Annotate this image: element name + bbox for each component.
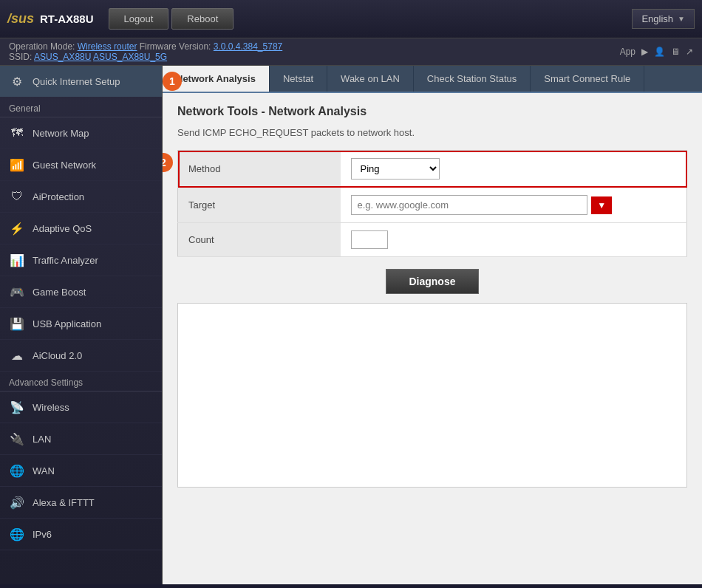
- game-boost-label: Game Boost: [33, 287, 86, 298]
- form-table: Method Ping Traceroute Nslookup Target: [177, 150, 687, 257]
- page-description: Send ICMP ECHO_REQUEST packets to networ…: [177, 127, 687, 138]
- count-row: Count: [178, 223, 687, 257]
- reboot-button[interactable]: Reboot: [171, 8, 234, 30]
- method-row: Method Ping Traceroute Nslookup: [178, 151, 687, 188]
- monitor-icon[interactable]: 🖥: [671, 47, 680, 57]
- badge-2: 2: [163, 153, 173, 172]
- wireless-icon: 📡: [9, 399, 25, 415]
- sidebar-item-aicloud[interactable]: ☁ AiCloud 2.0: [0, 340, 162, 372]
- game-boost-icon: 🎮: [9, 284, 25, 300]
- asus-logo: /sus: [7, 11, 34, 27]
- lan-icon: 🔌: [9, 431, 25, 447]
- tab-bar: Network Analysis Netstat Wake on LAN Che…: [163, 66, 702, 93]
- method-label: Method: [178, 151, 341, 188]
- firmware-value[interactable]: 3.0.0.4.384_5787: [214, 41, 282, 52]
- language-label: English: [641, 13, 673, 24]
- usb-application-icon: 💾: [9, 315, 25, 332]
- network-map-label: Network Map: [33, 128, 89, 139]
- guest-network-label: Guest Network: [33, 160, 96, 171]
- wan-label: WAN: [33, 465, 55, 476]
- sidebar-item-guest-network[interactable]: 📶 Guest Network: [0, 149, 162, 181]
- sidebar-item-network-map[interactable]: 🗺 Network Map: [0, 117, 162, 149]
- play-icon[interactable]: ▶: [641, 47, 648, 57]
- aicloud-label: AiCloud 2.0: [33, 350, 82, 361]
- ipv6-icon: 🌐: [9, 526, 25, 542]
- target-label: Target: [178, 188, 341, 223]
- top-nav-buttons: Logout Reboot: [109, 8, 234, 30]
- sidebar-item-lan[interactable]: 🔌 LAN: [0, 423, 162, 455]
- sidebar-item-usb-application[interactable]: 💾 USB Application: [0, 308, 162, 340]
- network-map-icon: 🗺: [9, 125, 25, 141]
- user-icon[interactable]: 👤: [654, 47, 665, 57]
- wireless-label: Wireless: [33, 402, 69, 413]
- page-content: Network Tools - Network Analysis Send IC…: [163, 93, 702, 499]
- ssid-2g[interactable]: ASUS_AX88U: [34, 52, 91, 62]
- model-name: RT-AX88U: [40, 13, 94, 25]
- sidebar-item-adaptive-qos[interactable]: ⚡ Adaptive QoS: [0, 213, 162, 245]
- count-cell: [341, 223, 687, 257]
- result-area: [177, 303, 687, 488]
- lan-label: LAN: [33, 434, 51, 445]
- advanced-section-title: Advanced Settings: [0, 372, 162, 392]
- quick-setup-label: Quick Internet Setup: [33, 76, 120, 87]
- logo-area: /sus RT-AX88U: [7, 11, 94, 27]
- wan-icon: 🌐: [9, 462, 25, 479]
- target-dropdown-button[interactable]: ▼: [591, 196, 612, 214]
- sidebar: ⚙ Quick Internet Setup General 🗺 Network…: [0, 66, 163, 584]
- aiprotection-label: AiProtection: [33, 191, 84, 202]
- ssid-5g[interactable]: ASUS_AX88U_5G: [93, 52, 167, 62]
- sidebar-item-game-boost[interactable]: 🎮 Game Boost: [0, 276, 162, 308]
- sidebar-item-aiprotection[interactable]: 🛡 AiProtection: [0, 181, 162, 213]
- sidebar-item-wan[interactable]: 🌐 WAN: [0, 455, 162, 487]
- status-icons: App ▶ 👤 🖥 ↗: [620, 47, 693, 57]
- page-title: Network Tools - Network Analysis: [177, 105, 687, 118]
- status-bar: Operation Mode: Wireless router Firmware…: [0, 38, 702, 66]
- app-label: App: [620, 47, 635, 57]
- method-cell: Ping Traceroute Nslookup: [341, 151, 687, 188]
- sidebar-item-wireless[interactable]: 📡 Wireless: [0, 392, 162, 423]
- target-row: Target ▼: [178, 188, 687, 223]
- adaptive-qos-icon: ⚡: [9, 220, 25, 236]
- ssid-label: SSID:: [9, 52, 32, 62]
- operation-mode-label: Operation Mode:: [9, 41, 75, 52]
- general-section-title: General: [0, 98, 162, 117]
- tab-netstat[interactable]: Netstat: [270, 66, 327, 92]
- main-layout: ⚙ Quick Internet Setup General 🗺 Network…: [0, 66, 702, 584]
- ipv6-label: IPv6: [33, 529, 52, 540]
- chevron-down-icon: ▼: [678, 15, 685, 23]
- count-label: Count: [178, 223, 341, 257]
- tab-wake-on-lan[interactable]: Wake on LAN: [327, 66, 414, 92]
- traffic-analyzer-icon: 📊: [9, 252, 25, 268]
- language-selector[interactable]: English ▼: [632, 9, 695, 29]
- usb-application-label: USB Application: [33, 318, 101, 329]
- count-input[interactable]: [351, 230, 388, 249]
- share-icon[interactable]: ↗: [686, 47, 693, 57]
- quick-setup-icon: ⚙: [9, 73, 25, 89]
- tab-check-station[interactable]: Check Station Status: [414, 66, 531, 92]
- traffic-analyzer-label: Traffic Analyzer: [33, 255, 98, 266]
- content-wrapper: 1 Network Analysis Netstat Wake on LAN C…: [163, 66, 702, 499]
- sidebar-item-ipv6[interactable]: 🌐 IPv6: [0, 519, 162, 550]
- alexa-label: Alexa & IFTTT: [33, 497, 95, 508]
- aicloud-icon: ☁: [9, 347, 25, 363]
- target-cell: ▼: [341, 188, 687, 223]
- firmware-label: Firmware Version:: [140, 41, 211, 52]
- operation-mode-value[interactable]: Wireless router: [78, 41, 137, 52]
- aiprotection-icon: 🛡: [9, 188, 25, 205]
- badge-1: 1: [163, 72, 182, 91]
- logout-button[interactable]: Logout: [109, 8, 169, 30]
- diagnose-button[interactable]: Diagnose: [386, 269, 478, 294]
- alexa-icon: 🔊: [9, 494, 25, 510]
- adaptive-qos-label: Adaptive QoS: [33, 223, 92, 234]
- tab-smart-connect[interactable]: Smart Connect Rule: [531, 66, 644, 92]
- target-input[interactable]: [351, 195, 587, 215]
- content-area: 1 Network Analysis Netstat Wake on LAN C…: [163, 66, 702, 584]
- status-info: Operation Mode: Wireless router Firmware…: [9, 41, 282, 62]
- quick-internet-setup[interactable]: ⚙ Quick Internet Setup: [0, 66, 162, 98]
- sidebar-item-alexa[interactable]: 🔊 Alexa & IFTTT: [0, 487, 162, 519]
- sidebar-item-traffic-analyzer[interactable]: 📊 Traffic Analyzer: [0, 245, 162, 276]
- method-select[interactable]: Ping Traceroute Nslookup: [351, 158, 440, 180]
- guest-network-icon: 📶: [9, 157, 25, 173]
